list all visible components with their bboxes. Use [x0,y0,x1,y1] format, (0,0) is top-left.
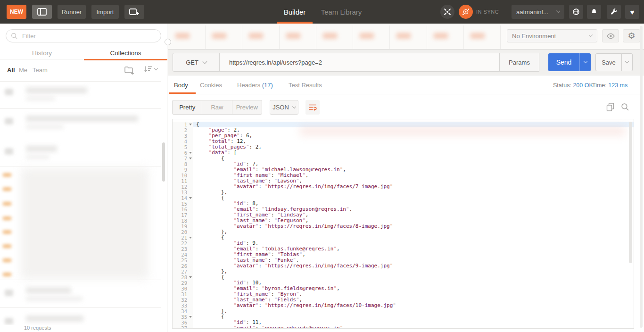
search-icon [621,103,629,111]
fold-toggle-icon[interactable] [189,158,192,159]
top-bar: NEW Runner Import Builder Team Library I… [0,0,644,24]
tab-builder[interactable]: Builder [276,0,314,24]
new-folder-icon[interactable] [124,66,134,75]
fold-toggle-icon[interactable] [189,237,192,239]
redacted-tab[interactable] [390,25,427,49]
response-editor[interactable]: 1{2 "page": 2,3 "per_page": 6,4 "total":… [172,119,634,329]
scope-team[interactable]: Team [33,66,48,74]
tab-collections[interactable]: Collections [84,46,167,59]
copy-response-button[interactable] [606,103,614,111]
redacted-expanded-collection [21,168,149,279]
editor-scrollbar[interactable] [629,122,632,263]
tab-response-body[interactable]: Body [174,82,188,89]
window-scrollbar[interactable] [640,26,643,328]
capture-requests-button[interactable] [440,5,454,19]
line-number: 10 [173,173,193,178]
url-field-wrap [219,53,500,72]
environment-preview-button[interactable] [602,29,619,42]
redacted-tab[interactable] [353,25,390,49]
line-number: 3 [173,133,193,139]
environment-value: No Environment [512,33,556,40]
redacted-tab[interactable] [280,25,316,49]
status-value: 200 OK [573,82,593,89]
send-options-button[interactable] [579,53,591,71]
new-button[interactable]: NEW [7,5,26,19]
response-toolbar: Pretty Raw Preview JSON [168,100,640,115]
line-number: 7 [173,156,193,161]
browse-button[interactable] [569,5,583,19]
redacted-request-item[interactable] [3,173,11,177]
method-dropdown[interactable]: GET [173,53,220,72]
scope-all[interactable]: All [7,66,15,74]
filter-search[interactable] [6,29,161,42]
tab-team-library[interactable]: Team Library [320,0,363,24]
runner-button[interactable]: Runner [58,5,86,19]
notifications-button[interactable] [587,5,601,19]
search-response-button[interactable] [621,103,629,111]
tab-history[interactable]: History [14,46,70,59]
tab-response-headers[interactable]: Headers (17) [237,82,273,89]
tab-response-cookies[interactable]: Cookies [200,82,222,89]
filter-input[interactable] [21,32,156,40]
line-number: 30 [173,286,193,291]
code-line: 19 "avatar": "https://reqres.in/img/face… [173,224,634,229]
redacted-request-item[interactable] [3,244,11,248]
url-input[interactable] [220,59,499,66]
sync-status-icon[interactable] [459,5,473,19]
tab-test-results[interactable]: Test Results [289,82,322,89]
account-name: aatmaninf... [516,8,548,16]
tab-collections-label: Collections [110,50,141,57]
redacted-tab[interactable] [206,25,242,49]
view-preview[interactable]: Preview [232,100,262,114]
redacted-request-item[interactable] [3,202,11,206]
format-dropdown[interactable]: JSON [270,100,298,115]
fold-toggle-icon[interactable] [189,197,192,199]
response-tabs: Body Cookies Headers (17) Test Results S… [168,75,640,94]
redacted-tab[interactable] [316,25,353,49]
redacted-tab[interactable] [464,25,501,49]
favorites-button[interactable]: ♥ [625,5,639,19]
scope-me[interactable]: Me [19,66,27,74]
settings-button[interactable]: ⚙ [623,29,640,42]
account-dropdown[interactable]: aatmaninf... [512,5,564,19]
fold-toggle-icon[interactable] [189,152,192,154]
copy-icon [606,103,614,111]
sidebar-toggle-button[interactable] [32,5,52,19]
redacted-tab[interactable] [427,25,464,49]
code-line: 20 }, [173,229,634,235]
line-number: 32 [173,297,193,303]
environment-dropdown[interactable]: No Environment [507,29,597,42]
sidebar-scrollbar[interactable] [162,142,165,182]
sort-icon[interactable] [144,66,157,73]
line-number: 14 [173,195,193,201]
redacted-tab[interactable] [169,25,206,49]
code-line: 5 "total_pages": 2, [173,144,634,150]
redacted-request-item[interactable] [3,258,11,262]
line-number: 11 [173,178,193,184]
view-raw[interactable]: Raw [202,100,232,114]
settings-wrench-button[interactable] [607,5,621,19]
redacted-request-item[interactable] [3,273,11,276]
save-options-button[interactable] [621,53,633,71]
line-number: 37 [173,325,193,329]
collection-scope-row: All Me Team [0,60,167,81]
view-pretty[interactable]: Pretty [173,100,202,114]
wrap-text-icon [308,103,317,111]
chevron-down-icon [625,59,629,63]
redacted-tab[interactable] [242,25,279,49]
fold-toggle-icon[interactable] [189,124,192,125]
wrap-text-button[interactable] [305,100,320,115]
new-window-button[interactable] [124,5,144,19]
redacted-request-item[interactable] [3,216,11,220]
import-button[interactable]: Import [91,5,119,19]
params-button[interactable]: Params [499,53,539,72]
fold-toggle-icon[interactable] [189,276,192,278]
redacted-request-item[interactable] [3,187,11,191]
send-button[interactable]: Send [548,53,579,71]
fold-toggle-icon[interactable] [189,316,192,318]
redacted-request-item[interactable] [3,230,11,234]
save-button[interactable]: Save [595,53,622,71]
line-number: 31 [173,291,193,297]
line-number: 17 [173,212,193,218]
time-label: Time: [592,82,607,89]
